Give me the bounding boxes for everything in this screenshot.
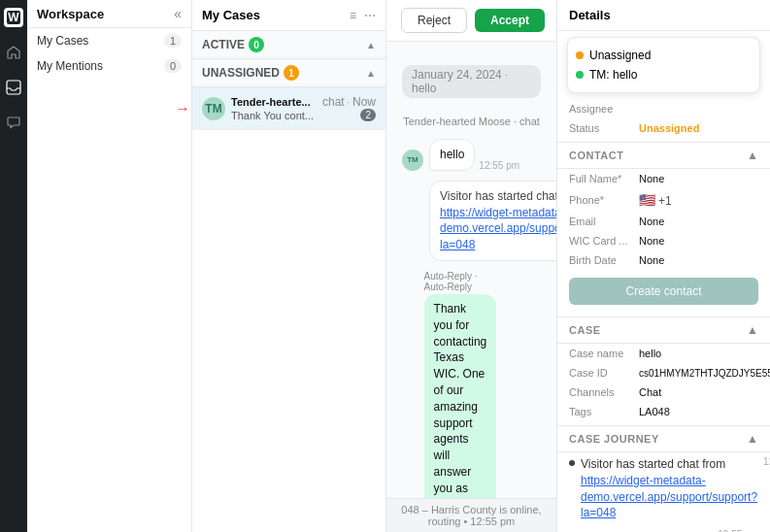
case-list-item[interactable]: TM Tender-hearte... chat · Now Thank You… — [192, 87, 385, 130]
fullname-value: None — [639, 173, 758, 184]
email-label: Email — [569, 216, 635, 227]
channels-label: Channels — [569, 386, 635, 398]
cases-more-icon[interactable]: ⋯ — [364, 9, 376, 22]
details-row-birthdate: Birth Date None — [557, 250, 770, 270]
status-label: Status — [569, 122, 635, 134]
journey-toggle[interactable]: ▲ — [747, 432, 758, 446]
chat-messages: January 24, 2024 · hello Tender-hearted … — [386, 42, 556, 498]
phone-code: +1 — [658, 194, 672, 208]
phone-value: 🇺🇸 +1 — [639, 192, 758, 208]
active-chevron: ▲ — [366, 40, 376, 50]
nav-item-my-mentions[interactable]: My Mentions 0 — [27, 53, 191, 79]
nav-count-my-mentions: 0 — [164, 59, 182, 73]
journey-text-1: Visitor has started chat from https://wi… — [581, 456, 757, 521]
section-unassigned-label: UNASSIGNED 1 — [202, 65, 299, 81]
chat-area: Reject Accept January 24, 2024 · hello T… — [386, 0, 556, 532]
journey-item-1: Visitor has started chat from https://wi… — [557, 452, 770, 525]
svg-text:W: W — [8, 11, 19, 24]
birthdate-value: None — [639, 254, 758, 266]
tags-value: LA048 — [639, 406, 758, 417]
channels-value: Chat — [639, 386, 758, 398]
cases-title: My Cases — [202, 8, 260, 22]
nav-count-my-cases: 1 — [164, 34, 182, 48]
section-contact: CONTACT ▲ — [557, 142, 770, 169]
unassigned-chevron: ▲ — [366, 68, 376, 79]
section-active-label: ACTIVE 0 — [202, 37, 264, 52]
casename-label: Case name — [569, 348, 635, 359]
chat-status-bar: 048 – Harris County is online, routing •… — [386, 498, 556, 532]
msg-row-system: Visitor has started chat from https://wi… — [402, 181, 541, 261]
section-journey: CASE JOURNEY ▲ — [557, 425, 770, 452]
journey-dot-1 — [569, 460, 575, 466]
outgoing-content: Auto-Reply · Auto-Reply Thank you for co… — [424, 271, 497, 498]
case-item-meta: chat · Now — [322, 95, 376, 109]
case-toggle[interactable]: ▲ — [747, 323, 758, 337]
details-row-casename: Case name hello — [557, 344, 770, 363]
details-row-assignee: Assignee — [557, 99, 770, 118]
section-active[interactable]: ACTIVE 0 ▲ — [192, 31, 385, 59]
dot-tm — [576, 71, 584, 79]
cases-filter-icon[interactable]: ≡ — [350, 9, 356, 22]
system-link[interactable]: https://widget-metadata-demo.vercel.app/… — [440, 206, 556, 252]
msg-with-time-system: Visitor has started chat from https://wi… — [429, 181, 556, 261]
sidebar-chat-icon[interactable] — [4, 113, 23, 132]
journey-item-2: 048 – Harris County is online, routing 1… — [557, 525, 770, 532]
case-section-label: CASE — [569, 324, 601, 336]
casename-value: hello — [639, 348, 758, 359]
contact-section-label: CONTACT — [569, 150, 623, 161]
case-item-wrapper: → TM Tender-hearte... chat · Now Thank Y… — [192, 87, 385, 130]
msg-bubble-hello: hello — [429, 139, 475, 171]
wic-label: WIC Card ... — [569, 235, 635, 247]
workspace-title: Workspace — [37, 7, 104, 21]
nav-item-my-cases[interactable]: My Cases 1 — [27, 28, 191, 53]
cases-panel: My Cases ≡ ⋯ ACTIVE 0 ▲ UNASSIGNED 1 ▲ →… — [192, 0, 386, 532]
msg-avatar-incoming: TM — [402, 150, 423, 171]
email-value: None — [639, 216, 758, 227]
details-row-phone: Phone* 🇺🇸 +1 — [557, 188, 770, 212]
details-row-email: Email None — [557, 212, 770, 231]
tags-label: Tags — [569, 406, 635, 417]
create-contact-button[interactable]: Create contact — [569, 278, 758, 305]
msg-bubble-outgoing: Thank you for contacting Texas WIC. One … — [424, 294, 497, 498]
section-case: CASE ▲ — [557, 316, 770, 344]
sidebar-inbox-icon[interactable] — [4, 78, 23, 97]
msg-with-time-incoming: hello 12:55 pm — [429, 139, 519, 171]
msg-row-incoming-hello: TM hello 12:55 pm — [402, 139, 541, 171]
details-row-caseid: Case ID cs01HMYM2THTJQZDJY5E550 — [557, 363, 770, 382]
sidebar-home-icon[interactable] — [4, 43, 23, 62]
unassigned-badge: 1 — [284, 65, 299, 81]
workspace-header: Workspace « — [27, 0, 191, 28]
reject-button[interactable]: Reject — [401, 8, 467, 33]
nav-label-my-cases: My Cases — [37, 34, 88, 48]
details-row-status: Status Unassigned — [557, 118, 770, 138]
msg-time-hello: 12:55 pm — [479, 160, 519, 171]
cases-header: My Cases ≡ ⋯ — [192, 0, 385, 31]
case-item-preview: Thank You cont... — [231, 110, 314, 121]
case-item-top: Tender-hearte... chat · Now — [231, 95, 376, 109]
journey-time-1: 12:55 pm — [763, 456, 770, 467]
caseid-label: Case ID — [569, 367, 635, 379]
wic-value: None — [639, 235, 758, 247]
msg-with-time-outgoing: 12:55 pm Auto-Reply · Auto-Reply Thank y… — [424, 271, 541, 498]
sidebar-logo[interactable]: W — [4, 8, 23, 27]
section-unassigned[interactable]: UNASSIGNED 1 ▲ — [192, 59, 385, 87]
accept-button[interactable]: Accept — [475, 9, 545, 32]
msg-row-outgoing: 12:55 pm Auto-Reply · Auto-Reply Thank y… — [402, 271, 541, 498]
contact-toggle[interactable]: ▲ — [747, 149, 758, 162]
journey-link-1[interactable]: https://widget-metadata-demo.vercel.app/… — [581, 474, 757, 520]
chat-sender-label: Tender-hearted Moose · chat — [402, 116, 541, 127]
details-row-tags: Tags LA048 — [557, 402, 770, 421]
phone-label: Phone* — [569, 194, 635, 206]
dropdown-option-tm[interactable]: TM: hello — [576, 65, 752, 84]
case-item-unread: 2 — [360, 109, 376, 121]
phone-flag: 🇺🇸 — [639, 192, 655, 208]
msg-bubble-system: Visitor has started chat from https://wi… — [429, 181, 556, 261]
details-row-channels: Channels Chat — [557, 382, 770, 402]
assignee-dropdown-card[interactable]: Unassigned TM: hello — [567, 37, 760, 93]
journey-section-label: CASE JOURNEY — [569, 433, 659, 445]
caseid-value: cs01HMYM2THTJQZDJY5E550 — [639, 368, 770, 379]
workspace-collapse-button[interactable]: « — [174, 6, 182, 21]
nav-label-my-mentions: My Mentions — [37, 59, 103, 73]
dropdown-option-unassigned[interactable]: Unassigned — [576, 46, 752, 65]
outgoing-label: Auto-Reply · Auto-Reply — [424, 271, 497, 292]
